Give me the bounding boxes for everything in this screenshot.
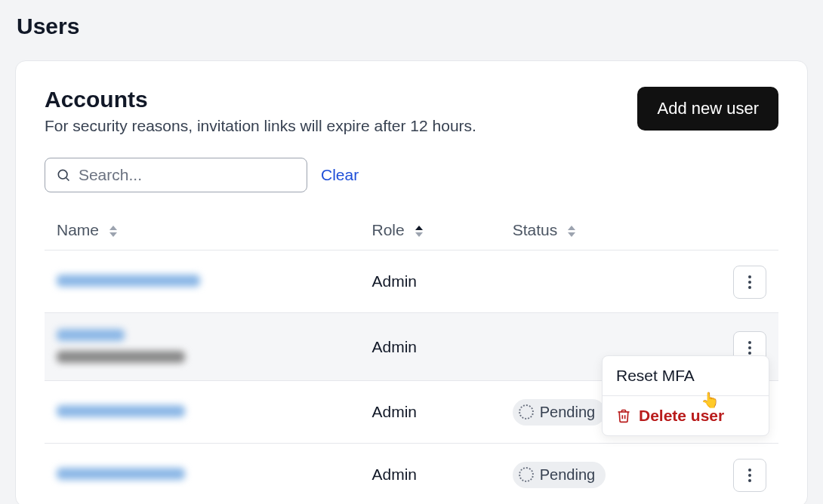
status-label: Pending: [540, 404, 595, 421]
redacted-email: [57, 351, 185, 363]
trash-icon: [616, 408, 631, 423]
row-actions-button[interactable]: [733, 266, 766, 299]
menu-item-label: Delete user: [639, 407, 724, 425]
cell-status: [501, 250, 721, 313]
cell-role: Admin: [359, 313, 500, 381]
column-header-name[interactable]: Name: [45, 211, 359, 250]
add-user-button[interactable]: Add new user: [637, 87, 778, 131]
sort-icon: [109, 226, 117, 237]
search-input[interactable]: [79, 166, 296, 184]
menu-item-reset-mfa[interactable]: Reset MFA: [603, 356, 769, 395]
column-label: Status: [513, 221, 558, 238]
column-header-role[interactable]: Role: [359, 211, 500, 250]
cell-name: [45, 313, 359, 381]
redacted-name: [57, 275, 200, 287]
cell-role: Admin: [359, 381, 500, 444]
kebab-icon: [748, 341, 751, 355]
card-heading: Accounts: [45, 87, 476, 112]
row-actions-button[interactable]: [733, 459, 766, 492]
search-icon: [56, 167, 71, 183]
redacted-name: [57, 405, 185, 417]
column-label: Role: [371, 221, 404, 238]
cell-status: Pending: [501, 444, 721, 505]
users-table: Name Role Status Admin: [45, 211, 778, 504]
cell-name: [45, 381, 359, 444]
redacted-name: [57, 329, 125, 341]
row-actions-menu: Reset MFA Delete user 👆: [602, 355, 769, 436]
column-header-status[interactable]: Status: [501, 211, 721, 250]
spinner-icon: [519, 404, 534, 419]
accounts-card: Accounts For security reasons, invitatio…: [15, 60, 808, 504]
search-box: [45, 158, 307, 192]
cell-name: [45, 250, 359, 313]
page-title: Users: [17, 14, 806, 39]
cell-name: [45, 444, 359, 505]
column-label: Name: [57, 221, 99, 238]
card-subheading: For security reasons, invitation links w…: [45, 117, 476, 135]
status-badge: Pending: [513, 462, 606, 488]
status-badge: Pending: [513, 399, 606, 426]
table-row: Admin Pending: [45, 444, 778, 505]
svg-line-1: [66, 178, 69, 181]
cell-role: Admin: [359, 444, 500, 505]
spinner-icon: [519, 467, 534, 482]
table-row: Admin: [45, 250, 778, 313]
cell-role: Admin: [359, 250, 500, 313]
sort-icon: [568, 226, 575, 237]
table-row: Admin Reset MFA: [45, 313, 778, 381]
clear-search-link[interactable]: Clear: [321, 166, 359, 184]
kebab-icon: [748, 469, 751, 482]
menu-item-delete-user[interactable]: Delete user: [603, 395, 769, 435]
kebab-icon: [748, 275, 751, 289]
status-label: Pending: [540, 466, 595, 484]
svg-point-0: [58, 170, 67, 179]
sort-icon: [415, 226, 423, 237]
redacted-name: [57, 468, 185, 480]
